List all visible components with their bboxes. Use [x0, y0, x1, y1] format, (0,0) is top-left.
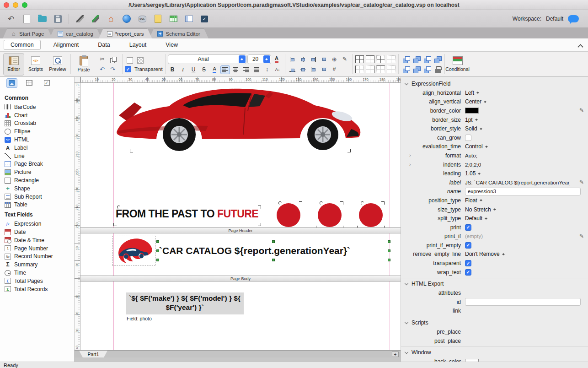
border-none-button[interactable] [387, 55, 396, 63]
palette-tab-checks[interactable] [41, 78, 52, 88]
selection-handle[interactable] [156, 259, 159, 261]
palette-item-page-break[interactable]: Page Break [5, 160, 74, 168]
bring-to-front-button[interactable] [401, 55, 411, 64]
bold-button[interactable] [168, 65, 177, 74]
section-html-export[interactable]: HTML Export [401, 278, 588, 288]
selection-handle[interactable] [272, 259, 275, 261]
circle-element-3[interactable] [359, 203, 383, 227]
send-to-back-button[interactable] [412, 55, 421, 64]
add-part-button[interactable]: + [392, 352, 399, 357]
send-backward-button[interactable] [433, 55, 442, 64]
palette-item-picture[interactable]: Picture [5, 168, 74, 176]
center-target-button[interactable] [330, 55, 339, 64]
banner-text-element[interactable]: FROM THE PAST TO FUTURE [116, 207, 258, 223]
redo-small-button[interactable] [108, 65, 118, 74]
scripts-button[interactable]: Scripts [25, 53, 46, 76]
font-color-button[interactable] [210, 65, 219, 74]
selection-handle[interactable] [156, 240, 159, 243]
palette-item-barcode[interactable]: BarCode [5, 103, 74, 111]
italic-button[interactable] [178, 65, 188, 74]
paste-button[interactable]: Paste [73, 53, 94, 76]
align-objects-top-button[interactable] [319, 55, 329, 64]
tab-data[interactable]: Data [91, 40, 116, 49]
ungroup-button[interactable] [412, 65, 421, 74]
underline-button[interactable] [189, 65, 198, 74]
distribute-vertical-button[interactable] [319, 65, 329, 74]
minimize-button[interactable] [13, 2, 18, 8]
photo-field-element[interactable]: Field: photo [127, 316, 152, 321]
group-button[interactable] [401, 65, 411, 74]
expander-icon[interactable]: › [409, 152, 411, 158]
edit-pencil-icon[interactable]: ✎ [579, 107, 584, 114]
palette-tab-fields[interactable] [24, 78, 35, 88]
report-canvas[interactable]: FROM THE PAST TO FUTURE Page Header `CAR… [80, 83, 401, 350]
browser-button[interactable] [120, 12, 133, 25]
open-folder-button[interactable] [36, 12, 48, 25]
align-objects-middle-button[interactable] [298, 65, 308, 74]
panel-button[interactable] [182, 12, 195, 25]
selection-handle[interactable] [272, 240, 275, 243]
split-type-dropdown[interactable]: Default [465, 215, 488, 222]
ribbon-collapse-chevron-icon[interactable] [578, 43, 583, 48]
duplicate-button[interactable] [422, 65, 432, 74]
remove-empty-line-dropdown[interactable]: Don't Remove [465, 251, 505, 257]
doc-tab-schema-editor[interactable]: Schema Editor [149, 28, 208, 38]
border-color-swatch[interactable] [465, 108, 479, 114]
border-bottom-button[interactable] [387, 65, 396, 73]
palette-item-line[interactable]: Line [5, 152, 74, 160]
align-vertical-dropdown[interactable]: Center [465, 98, 487, 105]
page-header-divider[interactable]: Page Header [80, 227, 401, 233]
doc-tab-car-catalog[interactable]: car_catalog [49, 28, 101, 38]
border-inner-button[interactable] [376, 55, 385, 63]
align-objects-center-button[interactable] [298, 55, 308, 64]
line-spacing-button[interactable] [262, 65, 272, 74]
strikethrough-button[interactable] [199, 65, 209, 74]
wrap-text-checkbox[interactable] [465, 269, 471, 276]
dark-check-button[interactable] [198, 12, 211, 25]
name-input[interactable]: expression3 [465, 188, 581, 195]
palette-item-table[interactable]: Table [5, 201, 74, 209]
align-objects-right-button[interactable] [309, 55, 318, 64]
border-size-dropdown[interactable]: 1pt [465, 117, 478, 123]
transparent-checkbox[interactable] [465, 260, 471, 266]
doc-tab-report-cars[interactable]: *report_cars [99, 28, 152, 38]
circle-element-1[interactable] [277, 203, 300, 227]
font-family-select[interactable]: Arial [168, 54, 246, 64]
tab-alignment[interactable]: Alignment [47, 40, 86, 49]
underline-color-button[interactable] [272, 55, 282, 64]
grid-snap-button[interactable] [330, 65, 339, 74]
selection-handle[interactable] [388, 259, 390, 261]
palette-item-sub-report[interactable]: Sub Report [5, 193, 74, 201]
color-picker-button[interactable] [74, 12, 86, 25]
align-justify-button[interactable] [252, 65, 262, 74]
header-expression-element[interactable]: `CAR CATALOG ${report.generationYear}` [159, 242, 390, 260]
palette-item-chart[interactable]: Chart [5, 111, 74, 119]
evaluation-time-dropdown[interactable]: Control [465, 143, 488, 150]
palette-item-date[interactable]: Date [5, 228, 74, 236]
section-window[interactable]: Window [401, 346, 588, 357]
border-left-button[interactable] [355, 65, 364, 73]
transparent-pattern-button[interactable] [135, 56, 145, 65]
editor-button[interactable]: Editor [3, 53, 24, 76]
tab-view[interactable]: View [159, 40, 184, 49]
cut-button[interactable] [97, 55, 107, 64]
palette-item-time[interactable]: Time [5, 269, 74, 277]
chat-bubble-icon[interactable] [568, 15, 579, 22]
leading-dropdown[interactable]: 1.05 [465, 170, 481, 177]
selection-handle[interactable] [156, 249, 159, 252]
car-image[interactable] [114, 83, 361, 152]
border-all-button[interactable] [355, 55, 364, 63]
home-button[interactable] [105, 12, 118, 25]
transparent-checkbox[interactable] [125, 66, 131, 72]
palette-item-crosstab[interactable]: Crosstab [5, 119, 74, 128]
palette-item-total-pages[interactable]: Total Pages [5, 277, 74, 285]
edit-pencil-icon[interactable]: ✎ [579, 179, 584, 185]
save-button[interactable] [51, 12, 64, 25]
circle-element-2[interactable] [318, 203, 342, 227]
conditional-button[interactable]: Conditional [447, 53, 468, 76]
border-top-button[interactable] [376, 65, 385, 73]
sort-button[interactable] [273, 65, 283, 74]
edit-pencil-icon[interactable]: ✎ [579, 233, 584, 239]
align-objects-left-button[interactable] [288, 55, 297, 64]
palette-item-html[interactable]: HTML [5, 135, 74, 144]
